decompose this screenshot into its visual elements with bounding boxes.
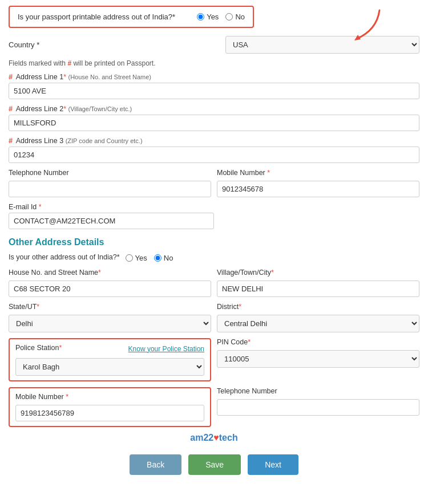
district-select[interactable]: Central Delhi North Delhi South Delhi Ea…	[217, 315, 419, 332]
district-label: District*	[217, 303, 419, 311]
village-input[interactable]	[217, 281, 419, 297]
other-address-yes-radio[interactable]	[126, 254, 133, 262]
next-button[interactable]: Next	[248, 454, 298, 475]
address-line2-label: # Address Line 2* (Village/Town/City etc…	[9, 105, 419, 113]
police-station-label: Police Station*	[15, 344, 62, 352]
mobile-bottom-group: Mobile Number *	[9, 387, 211, 427]
passport-no-label[interactable]: No	[225, 13, 245, 21]
police-station-header: Police Station* Know your Police Station	[15, 344, 204, 353]
bottom-mobile-tel-row: Mobile Number * Telephone Number	[9, 387, 419, 427]
village-group: Village/Town/City*	[217, 269, 419, 297]
passport-yes-label[interactable]: Yes	[197, 13, 219, 21]
am22-brand: am22♥tech	[9, 433, 419, 443]
bottom-buttons: Back Save Next	[9, 454, 419, 481]
state-group: State/UT* Delhi Maharashtra Karnataka Ta…	[9, 303, 211, 332]
address-line3-label: # Address Line 3 (ZIP code and Country e…	[9, 137, 419, 145]
telephone-bottom-input[interactable]	[217, 399, 419, 416]
telephone-group: Telephone Number	[9, 169, 211, 197]
other-address-title: Other Address Details	[9, 237, 419, 247]
fields-note: Fields marked with # will be printed on …	[9, 59, 419, 67]
save-button[interactable]: Save	[188, 454, 241, 475]
state-district-row: State/UT* Delhi Maharashtra Karnataka Ta…	[9, 303, 419, 332]
know-police-station-link[interactable]: Know your Police Station	[128, 345, 204, 353]
passport-radio-group: Yes No	[197, 13, 245, 21]
mobile-top-input[interactable]	[217, 181, 419, 197]
house-village-row: House No. and Street Name* Village/Town/…	[9, 269, 419, 297]
other-address-question-row: Is your other address out of India?* Yes…	[9, 253, 419, 263]
address-line1-input[interactable]	[9, 83, 419, 99]
passport-no-radio[interactable]	[225, 13, 233, 21]
mobile-bottom-label: Mobile Number *	[15, 393, 204, 401]
country-select-wrapper: USA India UK Canada Australia	[225, 36, 419, 54]
passport-question-label: Is your passport printable address out o…	[18, 13, 175, 21]
other-address-no-radio[interactable]	[154, 254, 161, 262]
address-line1-group: # Address Line 1* (House No. and Street …	[9, 73, 419, 99]
mobile-top-group: Mobile Number *	[217, 169, 419, 197]
police-pin-row: Police Station* Know your Police Station…	[9, 338, 419, 381]
mobile-bottom-input[interactable]	[15, 405, 204, 421]
address-line3-input[interactable]	[9, 147, 419, 163]
other-address-question-label: Is your other address out of India?*	[9, 253, 120, 261]
country-select[interactable]: USA India UK Canada Australia	[225, 36, 419, 54]
country-row: Country * USA India UK Canada Australia	[9, 36, 419, 54]
telephone-bottom-group: Telephone Number	[217, 387, 419, 427]
pin-code-group: PIN Code* 110005 110001 110006 110007	[217, 338, 419, 381]
back-button[interactable]: Back	[130, 454, 181, 475]
other-address-radio-group: Yes No	[126, 254, 173, 262]
tel-mobile-row: Telephone Number Mobile Number *	[9, 169, 419, 197]
house-group: House No. and Street Name*	[9, 269, 211, 297]
pin-code-select[interactable]: 110005 110001 110006 110007	[217, 350, 419, 368]
email-label: E-mail Id *	[9, 203, 214, 211]
address-line3-group: # Address Line 3 (ZIP code and Country e…	[9, 137, 419, 163]
police-station-group: Police Station* Know your Police Station…	[9, 338, 211, 381]
pin-code-label: PIN Code*	[217, 338, 419, 346]
state-label: State/UT*	[9, 303, 211, 311]
passport-yes-radio[interactable]	[197, 13, 204, 21]
email-input[interactable]	[9, 213, 214, 229]
mobile-top-label: Mobile Number *	[217, 169, 419, 177]
house-input[interactable]	[9, 281, 211, 297]
address-line1-label: # Address Line 1* (House No. and Street …	[9, 73, 419, 81]
other-address-yes-label[interactable]: Yes	[126, 254, 147, 262]
address-line2-input[interactable]	[9, 115, 419, 131]
other-address-no-label[interactable]: No	[154, 254, 173, 262]
house-label: House No. and Street Name*	[9, 269, 211, 277]
state-select[interactable]: Delhi Maharashtra Karnataka Tamil Nadu U…	[9, 315, 211, 332]
address-line2-group: # Address Line 2* (Village/Town/City etc…	[9, 105, 419, 131]
email-group: E-mail Id *	[9, 203, 214, 229]
telephone-input[interactable]	[9, 181, 211, 197]
passport-question-box: Is your passport printable address out o…	[9, 6, 254, 28]
district-group: District* Central Delhi North Delhi Sout…	[217, 303, 419, 332]
country-label: Country *	[9, 40, 54, 49]
village-label: Village/Town/City*	[217, 269, 419, 277]
police-station-select[interactable]: Karol Bagh Connaught Place Paharganj Dar…	[15, 358, 204, 376]
telephone-label: Telephone Number	[9, 169, 211, 177]
telephone-bottom-label: Telephone Number	[217, 387, 419, 395]
